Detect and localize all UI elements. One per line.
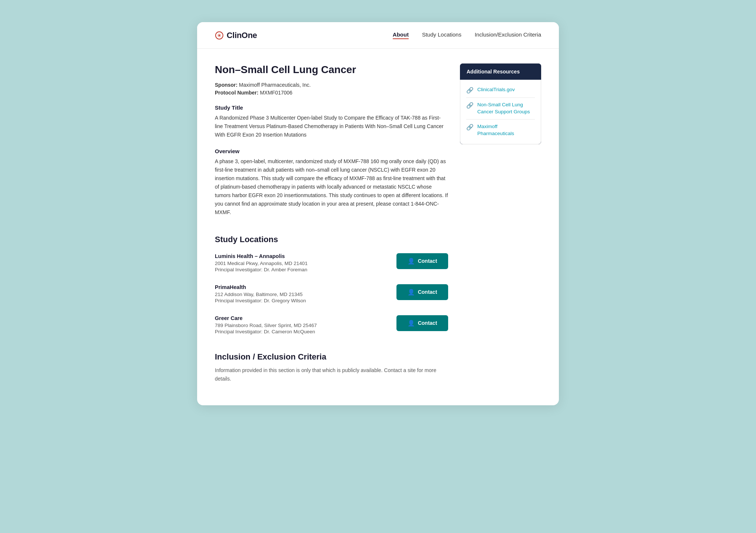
location-info: Greer Care 789 Plainsboro Road, Silver S… bbox=[215, 315, 388, 334]
resource-item-maximoff[interactable]: 🔗 Maximoff Pharmaceuticals bbox=[460, 120, 541, 141]
logo-text: ClinOne bbox=[227, 31, 257, 40]
link-icon: 🔗 bbox=[466, 87, 474, 94]
location-address: 2001 Medical Pkwy, Annapolis, MD 21401 bbox=[215, 261, 388, 266]
study-title-heading: Study Title bbox=[215, 104, 448, 111]
resources-list: 🔗 ClinicalTrials.gov 🔗 Non-Small Cell Lu… bbox=[460, 80, 541, 144]
contact-label: Contact bbox=[418, 320, 437, 326]
location-address: 789 Plainsboro Road, Silver Sprint, MD 2… bbox=[215, 323, 388, 328]
contact-label: Contact bbox=[418, 289, 437, 295]
protocol-line: Protocol Number: MXMF017006 bbox=[215, 90, 448, 96]
location-name: Greer Care bbox=[215, 315, 388, 321]
location-item: PrimaHealth 212 Addison Way, Baltimore, … bbox=[215, 284, 448, 303]
contact-button[interactable]: 👤 Contact bbox=[396, 284, 448, 300]
link-icon: 🔗 bbox=[466, 124, 474, 131]
sponsor-label: Sponsor: bbox=[215, 82, 237, 88]
locations-list: Luminis Health – Annapolis 2001 Medical … bbox=[215, 253, 448, 334]
criteria-title: Inclusion / Exclusion Criteria bbox=[215, 352, 448, 362]
resource-link-text: ClinicalTrials.gov bbox=[477, 86, 515, 93]
study-title-text: A Randomized Phase 3 Multicenter Open-la… bbox=[215, 114, 448, 139]
nav-item-criteria[interactable]: Inclusion/Exclusion Criteria bbox=[475, 31, 541, 39]
location-info: Luminis Health – Annapolis 2001 Medical … bbox=[215, 253, 388, 272]
additional-resources-card: Additional Resources 🔗 ClinicalTrials.go… bbox=[460, 63, 541, 144]
location-item: Greer Care 789 Plainsboro Road, Silver S… bbox=[215, 315, 448, 334]
sponsor-value: Maximoff Pharmaceuticals, Inc. bbox=[239, 82, 310, 88]
resources-header: Additional Resources bbox=[460, 63, 541, 80]
resource-item-support-groups[interactable]: 🔗 Non-Small Cell Lung Cancer Support Gro… bbox=[460, 98, 541, 119]
location-item: Luminis Health – Annapolis 2001 Medical … bbox=[215, 253, 448, 272]
locations-section: Study Locations Luminis Health – Annapol… bbox=[215, 235, 448, 334]
protocol-value: MXMF017006 bbox=[260, 90, 292, 96]
criteria-section: Inclusion / Exclusion Criteria Informati… bbox=[215, 352, 448, 383]
sidebar: Additional Resources 🔗 ClinicalTrials.go… bbox=[460, 63, 541, 144]
logo[interactable]: ClinOne bbox=[215, 31, 257, 40]
location-name: Luminis Health – Annapolis bbox=[215, 253, 388, 259]
sponsor-line: Sponsor: Maximoff Pharmaceuticals, Inc. bbox=[215, 82, 448, 88]
locations-title: Study Locations bbox=[215, 235, 448, 244]
nav-item-about[interactable]: About bbox=[393, 31, 409, 39]
resource-link-text: Non-Small Cell Lung Cancer Support Group… bbox=[477, 102, 535, 116]
content-body: Non–Small Cell Lung Cancer Sponsor: Maxi… bbox=[215, 63, 448, 383]
contact-button[interactable]: 👤 Contact bbox=[396, 315, 448, 331]
clinone-logo-icon bbox=[215, 31, 224, 40]
overview-heading: Overview bbox=[215, 148, 448, 154]
nav-item-study-locations[interactable]: Study Locations bbox=[422, 31, 461, 39]
contact-icon: 👤 bbox=[408, 320, 415, 327]
contact-icon: 👤 bbox=[408, 258, 415, 265]
link-icon: 🔗 bbox=[466, 102, 474, 109]
main-nav: About Study Locations Inclusion/Exclusio… bbox=[393, 31, 541, 39]
location-address: 212 Addison Way, Baltimore, MD 21345 bbox=[215, 292, 388, 297]
resource-item-clinicaltrials[interactable]: 🔗 ClinicalTrials.gov bbox=[460, 83, 541, 97]
location-pi: Principal Investigator: Dr. Amber Forema… bbox=[215, 267, 388, 272]
overview-text: A phase 3, open-label, multicenter, rand… bbox=[215, 157, 448, 217]
contact-icon: 👤 bbox=[408, 289, 415, 296]
main-content: Non–Small Cell Lung Cancer Sponsor: Maxi… bbox=[197, 49, 559, 405]
location-info: PrimaHealth 212 Addison Way, Baltimore, … bbox=[215, 284, 388, 303]
contact-label: Contact bbox=[418, 258, 437, 264]
study-title: Non–Small Cell Lung Cancer bbox=[215, 63, 448, 76]
location-name: PrimaHealth bbox=[215, 284, 388, 290]
location-pi: Principal Investigator: Dr. Gregory Wils… bbox=[215, 298, 388, 303]
header: ClinOne About Study Locations Inclusion/… bbox=[197, 22, 559, 49]
app-container: ClinOne About Study Locations Inclusion/… bbox=[197, 22, 559, 405]
location-pi: Principal Investigator: Dr. Cameron McQu… bbox=[215, 329, 388, 334]
criteria-note: Information provided in this section is … bbox=[215, 366, 448, 383]
contact-button[interactable]: 👤 Contact bbox=[396, 253, 448, 269]
svg-point-2 bbox=[219, 35, 220, 36]
protocol-label: Protocol Number: bbox=[215, 90, 258, 96]
resource-link-text: Maximoff Pharmaceuticals bbox=[477, 123, 535, 137]
